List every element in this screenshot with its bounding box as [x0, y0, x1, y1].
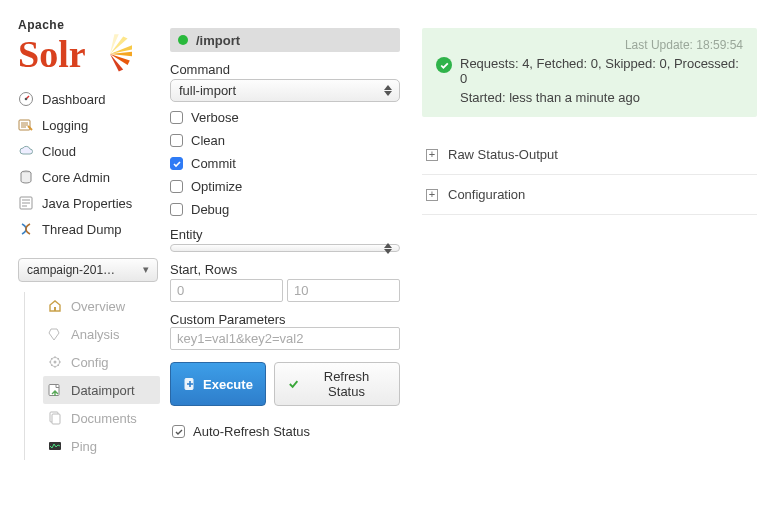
accordion-label: Configuration [448, 187, 525, 202]
optimize-label: Optimize [191, 179, 242, 194]
threaddump-icon [18, 221, 34, 237]
check-green-icon [287, 377, 300, 391]
nav-javaprops[interactable]: Java Properties [18, 190, 160, 216]
coreadmin-icon [18, 169, 34, 185]
logo-solr: Solr [18, 37, 86, 71]
corenav-ping[interactable]: Ping [43, 432, 160, 460]
nav-threaddump[interactable]: Thread Dump [18, 216, 160, 242]
corenav-label: Analysis [71, 327, 119, 342]
nav-label: Thread Dump [42, 222, 121, 237]
status-box: Last Update: 18:59:54 Requests: 4, Fetch… [422, 28, 757, 117]
success-icon [436, 57, 452, 73]
clean-label: Clean [191, 133, 225, 148]
execute-button[interactable]: Execute [170, 362, 266, 406]
startrows-label: Start, Rows [170, 262, 400, 277]
nav-coreadmin[interactable]: Core Admin [18, 164, 160, 190]
accordion-raw-status[interactable]: + Raw Status-Output [422, 135, 757, 175]
logo-apache: Apache [18, 18, 160, 32]
clean-checkbox[interactable] [170, 134, 183, 147]
logging-icon [18, 117, 34, 133]
config-icon [47, 354, 63, 370]
autorefresh-checkbox[interactable] [172, 425, 185, 438]
check-icon [174, 427, 184, 437]
svg-point-1 [25, 98, 28, 101]
execute-icon [183, 377, 197, 391]
core-selector[interactable]: campaign-201… [18, 258, 158, 282]
handler-path: /import [196, 33, 240, 48]
entity-select[interactable] [170, 244, 400, 252]
select-arrows-icon [383, 241, 393, 255]
dataimport-form: /import Command full-import Verbose Clea… [160, 0, 410, 510]
accordion-label: Raw Status-Output [448, 147, 558, 162]
status-line-2: Started: less than a minute ago [460, 90, 743, 105]
corenav-label: Documents [71, 411, 137, 426]
corenav-label: Ping [71, 439, 97, 454]
cloud-icon [18, 143, 34, 159]
corenav-label: Config [71, 355, 109, 370]
documents-icon [47, 410, 63, 426]
start-input[interactable] [170, 279, 283, 302]
javaprops-icon [18, 195, 34, 211]
dashboard-icon [18, 91, 34, 107]
command-value: full-import [179, 83, 236, 98]
command-select[interactable]: full-import [170, 79, 400, 102]
refresh-label: Refresh Status [306, 369, 387, 399]
core-nav: Overview Analysis Config Dataimport [24, 292, 160, 460]
corenav-label: Dataimport [71, 383, 135, 398]
debug-checkbox[interactable] [170, 203, 183, 216]
customparams-input[interactable] [170, 327, 400, 350]
nav-cloud[interactable]: Cloud [18, 138, 160, 164]
corenav-documents[interactable]: Documents [43, 404, 160, 432]
nav-label: Logging [42, 118, 88, 133]
nav-dashboard[interactable]: Dashboard [18, 86, 160, 112]
primary-nav: Dashboard Logging Cloud Core Admin [18, 86, 160, 242]
status-line-1: Requests: 4, Fetched: 0, Skipped: 0, Pro… [460, 56, 743, 86]
solr-logo: Apache Solr [18, 18, 160, 76]
nav-label: Core Admin [42, 170, 110, 185]
check-icon [172, 159, 182, 169]
customparams-label: Custom Parameters [170, 312, 400, 327]
verbose-label: Verbose [191, 110, 239, 125]
nav-label: Dashboard [42, 92, 106, 107]
last-update: Last Update: 18:59:54 [436, 38, 743, 52]
dataimport-icon [47, 382, 63, 398]
corenav-overview[interactable]: Overview [43, 292, 160, 320]
sidebar: Apache Solr [0, 0, 160, 510]
refresh-button[interactable]: Refresh Status [274, 362, 400, 406]
expand-icon: + [426, 189, 438, 201]
handler-bar: /import [170, 28, 400, 52]
corenav-analysis[interactable]: Analysis [43, 320, 160, 348]
optimize-checkbox[interactable] [170, 180, 183, 193]
select-arrows-icon [383, 84, 393, 98]
command-label: Command [170, 62, 400, 77]
status-panel: Last Update: 18:59:54 Requests: 4, Fetch… [410, 0, 775, 510]
status-dot-icon [178, 35, 188, 45]
accordion-configuration[interactable]: + Configuration [422, 175, 757, 215]
corenav-label: Overview [71, 299, 125, 314]
nav-logging[interactable]: Logging [18, 112, 160, 138]
corenav-config[interactable]: Config [43, 348, 160, 376]
corenav-dataimport[interactable]: Dataimport [43, 376, 160, 404]
commit-label: Commit [191, 156, 236, 171]
analysis-icon [47, 326, 63, 342]
sun-icon [88, 32, 132, 76]
rows-input[interactable] [287, 279, 400, 302]
overview-icon [47, 298, 63, 314]
svg-point-7 [54, 361, 57, 364]
verbose-checkbox[interactable] [170, 111, 183, 124]
autorefresh-label: Auto-Refresh Status [193, 424, 310, 439]
commit-checkbox[interactable] [170, 157, 183, 170]
svg-rect-10 [52, 414, 60, 424]
svg-rect-5 [54, 307, 56, 311]
core-selector-value: campaign-201… [27, 263, 115, 277]
nav-label: Java Properties [42, 196, 132, 211]
debug-label: Debug [191, 202, 229, 217]
entity-label: Entity [170, 227, 400, 242]
execute-label: Execute [203, 377, 253, 392]
expand-icon: + [426, 149, 438, 161]
nav-label: Cloud [42, 144, 76, 159]
ping-icon [47, 438, 63, 454]
